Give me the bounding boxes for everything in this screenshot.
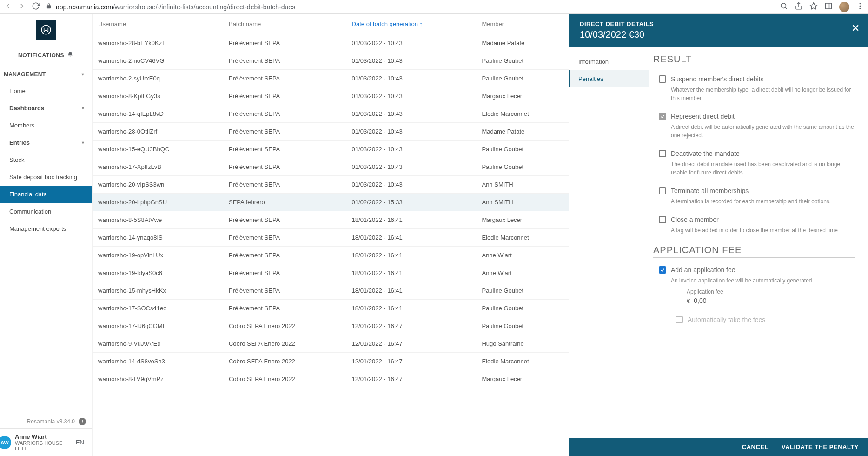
sidebar-item-communication[interactable]: Communication [0,203,92,220]
zoom-icon[interactable] [780,2,788,12]
col-batch[interactable]: Batch name [223,14,346,34]
sidebar-item-home[interactable]: Home [0,82,92,100]
table-row[interactable]: warriorsho-15-mhysHkKxPrélèvement SEPA18… [93,282,569,300]
chevron-down-icon: ▼ [81,106,85,111]
cell-member: Margaux Lecerf [476,87,569,105]
logo[interactable] [0,14,92,43]
checkbox-terminate[interactable] [659,187,666,194]
cell-username: warriorsho-19-IdyaS0c6 [93,264,223,282]
user-avatar: AW [0,436,11,449]
cell-username: warriorsho-15-mhysHkKx [93,282,223,300]
url-text: app.resamania.com/warriorshouse/-/infini… [56,3,295,11]
reload-icon[interactable] [32,2,40,12]
table-row[interactable]: warriorsho-17-SOCs41ecPrélèvement SEPA18… [93,300,569,317]
sidebar-item-label: Entries [9,139,30,146]
main-content: Username Batch name Date of batch genera… [92,14,569,456]
table-row[interactable]: warriorsho-14-ynaqo8ISPrélèvement SEPA18… [93,229,569,247]
col-member[interactable]: Member [476,14,569,34]
table-row[interactable]: warriorsho-28-0OtIlZrfPrélèvement SEPA01… [93,123,569,141]
sidebar-item-management-exports[interactable]: Management exports [0,220,92,237]
sidebar-item-safe-deposit-box-tracking[interactable]: Safe deposit box tracking [0,168,92,186]
info-icon[interactable]: i [79,418,86,425]
check-auto-take: Automatically take the fees [670,316,855,323]
col-username[interactable]: Username [93,14,223,34]
sidebar-item-financial-data[interactable]: Financial data [0,186,92,203]
table-row[interactable]: warriorsho-19-IdyaS0c6Prélèvement SEPA18… [93,264,569,282]
browser-toolbar: app.resamania.com/warriorshouse/-/infini… [0,0,868,14]
table-row[interactable]: warriorsho-14-qIEpL8vDPrélèvement SEPA01… [93,105,569,123]
notifications-header[interactable]: NOTIFICATIONS [0,43,92,66]
cell-username: warriorsho-8-5S8AtVwe [93,211,223,229]
table-row[interactable]: warriorsho-17-XptIzLvBPrélèvement SEPA01… [93,158,569,176]
cell-username: warriorsho-20-LphpGnSU [93,194,223,211]
table-row[interactable]: warriorsho-8-LV9qVmPzCobro SEPA Enero 20… [93,370,569,388]
checkbox-close[interactable] [659,216,666,223]
checkbox-suspend[interactable] [659,75,666,83]
cell-batch: Prélèvement SEPA [223,123,346,141]
cell-date: 01/03/2022 - 10:43 [346,52,477,70]
sidebar-item-dashboards[interactable]: Dashboards▼ [0,100,92,117]
table-row[interactable]: warriorsho-14-dS8voSh3Cobro SEPA Enero 2… [93,353,569,370]
checkbox-deactivate[interactable] [659,150,666,157]
table-row[interactable]: warriorsho-8-5S8AtVwePrélèvement SEPA18/… [93,211,569,229]
table-row[interactable]: warriorsho-2-noCV46VGPrélèvement SEPA01/… [93,52,569,70]
checkbox-auto-take[interactable] [676,316,683,323]
table-row[interactable]: warriorsho-28-bEYk0KzTPrélèvement SEPA01… [93,34,569,52]
col-date[interactable]: Date of batch generation ↑ [346,14,477,34]
cell-member: Pauline Goubet [476,70,569,87]
table-row[interactable]: warriorsho-17-IJ6qCGMtCobro SEPA Enero 2… [93,317,569,335]
cell-batch: Prélèvement SEPA [223,229,346,247]
check-represent: Represent direct debitA direct debit wil… [653,113,855,140]
sidebar-item-entries[interactable]: Entries▼ [0,134,92,151]
validate-button[interactable]: VALIDATE THE PENALTY [782,443,859,450]
star-icon[interactable] [809,2,818,12]
check-label-suspend: Suspend member's direct debits [671,75,764,83]
cell-batch: Prélèvement SEPA [223,176,346,194]
nav-information[interactable]: Information [569,53,649,70]
cell-batch: Cobro SEPA Enero 2022 [223,335,346,353]
panel-icon[interactable] [824,2,833,12]
fee-input[interactable] [694,296,749,306]
table-row[interactable]: warriorsho-19-opVlnLUxPrélèvement SEPA18… [93,247,569,264]
check-terminate: Terminate all membershipsA termination i… [653,187,855,206]
menu-icon[interactable] [856,2,864,12]
cell-member: Pauline Goubet [476,141,569,158]
share-icon[interactable] [795,2,803,12]
cell-member: Ann SMITH [476,176,569,194]
management-label: MANAGEMENT [4,71,46,78]
close-icon[interactable]: ✕ [851,22,860,34]
checkbox-add-fee[interactable] [659,266,666,274]
nav-penalties[interactable]: Penalties [569,70,649,87]
table-row[interactable]: warriorsho-8-KptLGy3sPrélèvement SEPA01/… [93,87,569,105]
panel-header: DIRECT DEBIT DETAILS 10/03/2022 €30 ✕ [569,14,868,47]
table-row[interactable]: warriorsho-20-vIpSS3wnPrélèvement SEPA01… [93,176,569,194]
checkbox-represent[interactable] [659,113,666,120]
cancel-button[interactable]: CANCEL [742,443,769,450]
cell-member: Pauline Goubet [476,317,569,335]
check-close: Close a memberA tag will be added in ord… [653,216,855,235]
table-row[interactable]: warriorsho-20-LphpGnSUSEPA febrero01/02/… [93,194,569,211]
panel-footer: CANCEL VALIDATE THE PENALTY [569,438,868,456]
table-row[interactable]: warriorsho-15-eQU3BhQCPrélèvement SEPA01… [93,141,569,158]
cell-date: 12/01/2022 - 16:47 [346,317,477,335]
address-bar[interactable]: app.resamania.com/warriorshouse/-/infini… [46,3,774,11]
check-label-add-fee: Add an application fee [671,266,735,274]
language-selector[interactable]: EN [73,437,87,448]
cell-member: Margaux Lecerf [476,370,569,388]
forward-icon[interactable] [18,2,26,12]
table-row[interactable]: warriorsho-2-syUrxE0qPrélèvement SEPA01/… [93,70,569,87]
cell-member: Margaux Lecerf [476,211,569,229]
cell-username: warriorsho-28-0OtIlZrf [93,123,223,141]
back-icon[interactable] [4,2,12,12]
sidebar-item-members[interactable]: Members [0,117,92,134]
management-section[interactable]: MANAGEMENT ▼ [0,66,92,82]
app-fee-title: APPLICATION FEE [653,245,855,258]
cell-date: 01/03/2022 - 10:43 [346,105,477,123]
sidebar-item-stock[interactable]: Stock [0,151,92,168]
profile-avatar[interactable] [839,2,849,12]
cell-date: 01/03/2022 - 10:43 [346,141,477,158]
cell-date: 01/03/2022 - 10:43 [346,123,477,141]
cell-username: warriorsho-9-VuJ9ArEd [93,335,223,353]
table-row[interactable]: warriorsho-9-VuJ9ArEdCobro SEPA Enero 20… [93,335,569,353]
user-footer[interactable]: AW Anne Wiart WARRIORS HOUSE LILLE EN [0,428,92,456]
